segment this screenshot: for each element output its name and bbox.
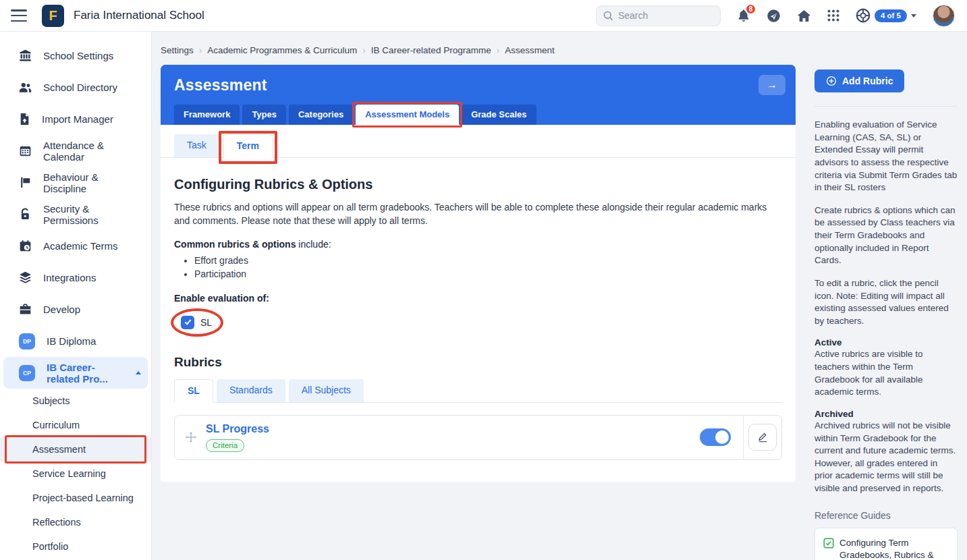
search-input[interactable] (618, 10, 706, 21)
flag-icon (19, 176, 32, 189)
main-content: Settings › Academic Programmes & Curricu… (152, 32, 805, 560)
guide-icon (823, 538, 834, 549)
guide-title: Configuring Term Gradebooks, Rubrics & O… (839, 537, 949, 560)
apps-grid-icon (827, 9, 839, 22)
padlock-icon (19, 208, 32, 221)
breadcrumb-settings[interactable]: Settings (161, 45, 194, 55)
search-icon (603, 11, 613, 21)
tab-grade-scales[interactable]: Grade Scales (462, 105, 536, 125)
archived-text: Archived rubrics will not be visible wit… (814, 420, 958, 495)
drag-handle-icon[interactable] (186, 432, 196, 443)
subtab-task[interactable]: Task (174, 134, 219, 157)
sl-checkbox-row: SL (177, 313, 216, 332)
sidebar-subitem-project-based-learning[interactable]: Project-based Learning (0, 486, 151, 510)
sidebar-item-ib-diploma[interactable]: DP IB Diploma (0, 325, 151, 357)
help-paragraph: Enabling evaluation of Service Learning … (814, 119, 958, 194)
notifications-button[interactable]: 8 (737, 9, 750, 23)
pencil-icon (758, 432, 768, 443)
breadcrumb-ib-career-related[interactable]: IB Career-related Programme (371, 45, 491, 55)
rubric-tab-sl[interactable]: SL (174, 379, 213, 403)
users-icon (19, 81, 32, 94)
sidebar-subitem-service-learning[interactable]: Service Learning (0, 461, 151, 486)
sidebar-subitem-subjects[interactable]: Subjects (0, 389, 151, 413)
sidebar-item-develop[interactable]: Develop (0, 293, 151, 325)
intro-text: These rubrics and options will appear on… (174, 200, 778, 228)
support-plan-selector[interactable]: 4 of 5 (856, 8, 916, 23)
page-title: Assessment (174, 76, 782, 94)
user-avatar[interactable] (933, 5, 955, 27)
section-title: Configuring Rubrics & Options (174, 177, 782, 192)
rubrics-title: Rubrics (174, 355, 782, 370)
sidebar-item-ib-career-related[interactable]: CP IB Career-related Pro... (3, 357, 148, 389)
sidebar-subitem-reflections[interactable]: Reflections (0, 510, 151, 534)
add-rubric-button[interactable]: Add Rubric (814, 69, 904, 92)
help-paragraph: To edit a rubric, click the pencil icon.… (814, 277, 958, 328)
left-sidebar: School Settings School Directory Import … (0, 32, 152, 560)
breadcrumb-academic-programmes[interactable]: Academic Programmes & Curriculum (207, 45, 357, 55)
enable-evaluation-label: Enable evaluation of: (174, 293, 782, 304)
toggle-knob (715, 430, 729, 444)
home-icon (797, 9, 811, 22)
assessment-header: Assessment → Framework Types Categories … (161, 65, 796, 125)
sl-checkbox[interactable] (181, 316, 194, 329)
divider (814, 106, 958, 107)
common-rubrics-label: Common rubrics & options include: (174, 239, 782, 250)
header-tab-bar: Framework Types Categories Assessment Mo… (174, 105, 782, 125)
top-bar: F Faria International School 8 4 of 5 (0, 0, 967, 32)
assessment-panel-body: Task Term Configuring Rubrics & Options … (161, 125, 796, 482)
rubric-name-link[interactable]: SL Progress (206, 423, 269, 435)
school-name: Faria International School (74, 9, 204, 22)
annotation-red-ellipse (171, 308, 223, 337)
reference-guides-heading: Reference Guides (814, 510, 958, 521)
sidebar-subitem-portfolio[interactable]: Portfolio (0, 534, 151, 559)
messages-button[interactable] (767, 9, 781, 23)
lifebuoy-icon (856, 8, 871, 23)
help-sidebar: Add Rubric Enabling evaluation of Servic… (805, 32, 967, 560)
check-icon (184, 318, 191, 325)
collapse-panel-button[interactable]: → (758, 75, 785, 95)
active-heading: Active (814, 337, 958, 347)
sidebar-item-academic-terms[interactable]: Academic Terms (0, 230, 151, 262)
tab-categories[interactable]: Categories (289, 105, 353, 125)
collapse-caret-icon (136, 371, 141, 374)
home-button[interactable] (797, 9, 811, 22)
list-item: Participation (194, 269, 782, 279)
toolbox-icon (19, 303, 32, 316)
sidebar-item-security-permissions[interactable]: Security & Permissions (0, 198, 151, 230)
notification-count-badge: 8 (745, 3, 756, 15)
cp-programme-icon: CP (19, 365, 35, 381)
criteria-badge: Criteria (206, 439, 244, 452)
tab-types[interactable]: Types (242, 105, 286, 125)
tab-assessment-models[interactable]: Assessment Models (356, 105, 459, 125)
rubric-tab-all-subjects[interactable]: All Subjects (289, 379, 364, 402)
sidebar-item-school-directory[interactable]: School Directory (0, 72, 151, 103)
apps-button[interactable] (827, 9, 839, 22)
model-subtab-bar: Task Term (161, 125, 796, 158)
list-item: Effort grades (194, 255, 782, 266)
active-text: Active rubrics are visible to teachers w… (814, 348, 958, 399)
archived-heading: Archived (814, 409, 958, 419)
reference-guide-card[interactable]: Configuring Term Gradebooks, Rubrics & O… (814, 528, 958, 560)
subtab-term[interactable]: Term (223, 134, 273, 158)
search-box[interactable] (596, 5, 721, 26)
breadcrumb-assessment: Assessment (505, 45, 555, 55)
sidebar-item-attendance-calendar[interactable]: Attendance & Calendar (0, 135, 151, 167)
sidebar-item-school-settings[interactable]: School Settings (0, 40, 151, 72)
sidebar-item-behaviour-discipline[interactable]: Behaviour & Discipline (0, 167, 151, 198)
dp-programme-icon: DP (19, 333, 35, 349)
sidebar-item-import-manager[interactable]: Import Manager (0, 103, 151, 135)
hamburger-menu-icon[interactable] (11, 9, 27, 22)
school-logo[interactable]: F (42, 5, 64, 27)
help-paragraph: Create rubrics & options which can be as… (814, 204, 958, 267)
sidebar-subitem-curriculum[interactable]: Curriculum (0, 413, 151, 437)
chevron-down-icon (911, 14, 916, 18)
layers-icon (19, 271, 32, 284)
edit-rubric-button[interactable] (748, 424, 777, 451)
rubric-row-sl-progress: SL Progress Criteria (174, 415, 782, 460)
rubric-tab-standards[interactable]: Standards (217, 379, 285, 402)
sidebar-subitem-assessment[interactable]: Assessment (0, 437, 151, 461)
breadcrumb: Settings › Academic Programmes & Curricu… (161, 45, 796, 55)
tab-framework[interactable]: Framework (174, 105, 240, 125)
sidebar-item-integrations[interactable]: Integrations (0, 262, 151, 293)
rubric-active-toggle[interactable] (700, 428, 731, 446)
